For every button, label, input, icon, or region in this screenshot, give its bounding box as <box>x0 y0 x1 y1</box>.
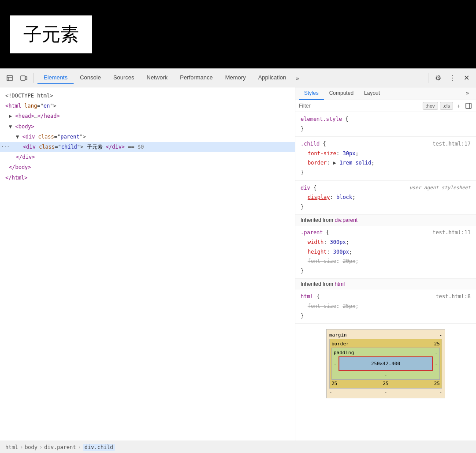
cls-button[interactable]: .cls <box>440 102 454 110</box>
dom-panel[interactable]: <!DOCTYPE html> <html lang="en"> ▶ <head… <box>0 87 295 441</box>
tab-console[interactable]: Console <box>74 71 107 84</box>
add-style-button[interactable]: + <box>455 102 463 110</box>
margin-top-val: - <box>439 332 442 338</box>
toggle-sidebar-button[interactable] <box>465 102 472 110</box>
tab-performance[interactable]: Performance <box>174 71 219 84</box>
margin-bottom-val: - <box>384 389 387 395</box>
styles-tab-styles[interactable]: Styles <box>299 87 324 100</box>
border-bottom-val: 25 <box>383 381 388 386</box>
margin-label: margin <box>329 332 347 338</box>
dom-line-head[interactable]: ▶ <head>…</head> <box>0 111 295 121</box>
dom-line-close-body[interactable]: </body> <box>0 162 295 172</box>
tabs-more-button[interactable]: » <box>292 72 302 84</box>
styles-panel: Styles Computed Layout » :hov .cls + <box>295 87 476 441</box>
hov-button[interactable]: :hov <box>423 102 438 110</box>
breadcrumb-item-div-child[interactable]: div.child <box>83 444 115 451</box>
box-model-section: margin - border 25 p <box>295 324 476 404</box>
toolbar-divider-2 <box>428 73 428 83</box>
padding-left-val: - <box>334 361 337 367</box>
margin-left-val: - <box>329 389 332 395</box>
toolbar-divider <box>33 73 34 83</box>
preview-box: 子元素 <box>9 14 93 55</box>
preview-area: 子元素 <box>0 0 476 68</box>
close-button[interactable]: ✕ <box>460 72 472 84</box>
dom-line-html[interactable]: <html lang="en"> <box>0 101 295 111</box>
box-content: 250×42.400 <box>338 356 433 371</box>
preview-text: 子元素 <box>23 24 79 45</box>
svg-rect-0 <box>7 75 12 81</box>
breadcrumb-item-html[interactable]: html <box>5 444 18 450</box>
breadcrumb-item-div-parent[interactable]: div.parent <box>44 444 76 450</box>
styles-tab-layout[interactable]: Layout <box>359 87 385 100</box>
dom-line-close-parent[interactable]: </div> <box>0 152 295 162</box>
border-left-val: 25 <box>331 381 337 386</box>
devtools-toolbar: Elements Console Sources Network Perform… <box>0 69 476 87</box>
styles-tabs-more[interactable]: » <box>462 87 472 100</box>
tab-elements[interactable]: Elements <box>37 71 74 84</box>
dom-line-close-html[interactable]: </html> <box>0 173 295 183</box>
css-rule-element-style: element.style { } <box>295 112 476 137</box>
border-right-val: 25 <box>434 381 440 386</box>
toolbar-right: ⚙ ⋮ ✕ <box>426 72 472 84</box>
devtools-main: <!DOCTYPE html> <html lang="en"> ▶ <head… <box>0 87 476 441</box>
padding-label: padding <box>334 350 354 356</box>
styles-tabs: Styles Computed Layout » <box>295 87 476 100</box>
padding-top-val: - <box>435 350 438 356</box>
filter-bar: :hov .cls + <box>295 100 476 112</box>
box-model: margin - border 25 p <box>326 329 445 398</box>
box-border: border 25 padding - <box>329 339 442 389</box>
css-rule-div-ua: div { user agent stylesheet display: blo… <box>295 181 476 215</box>
tab-network[interactable]: Network <box>141 71 174 84</box>
svg-rect-3 <box>21 76 25 80</box>
device-toolbar-button[interactable] <box>18 72 30 84</box>
content-size: 250×42.400 <box>371 361 400 367</box>
padding-bottom-val: - <box>384 372 387 378</box>
dom-line-doctype[interactable]: <!DOCTYPE html> <box>0 91 295 101</box>
tab-application[interactable]: Application <box>252 71 293 84</box>
tab-sources[interactable]: Sources <box>107 71 141 84</box>
box-margin: margin - border 25 p <box>326 329 445 398</box>
border-top-val: 25 <box>434 341 440 347</box>
box-padding: padding - - 250×42.400 <box>331 348 440 380</box>
inspect-element-button[interactable] <box>4 72 16 84</box>
inherited-header-parent: Inherited from div.parent <box>295 215 476 225</box>
svg-rect-4 <box>25 77 27 80</box>
more-options-button[interactable]: ⋮ <box>446 72 458 84</box>
settings-button[interactable]: ⚙ <box>432 72 444 84</box>
filter-input[interactable] <box>299 103 421 109</box>
tab-memory[interactable]: Memory <box>219 71 252 84</box>
dom-line-parent[interactable]: ▼ <div class="parent"> <box>0 132 295 142</box>
border-label: border <box>331 341 349 347</box>
inherited-header-html: Inherited from html <box>295 279 476 289</box>
styles-tab-computed[interactable]: Computed <box>324 87 359 100</box>
margin-right-val: - <box>439 389 442 395</box>
padding-right-val: - <box>435 361 438 367</box>
breadcrumb-item-body[interactable]: body <box>25 444 37 450</box>
dom-line-body[interactable]: ▼ <body> <box>0 122 295 132</box>
css-rule-child: .child { test.html:17 font-size: 30px; b… <box>295 137 476 180</box>
devtools-tabs: Elements Console Sources Network Perform… <box>37 71 424 84</box>
css-rule-html: html { test.html:8 font-size: 25px; } <box>295 289 476 324</box>
svg-rect-5 <box>466 103 471 109</box>
dom-line-child[interactable]: ··· <div class="child"> 子元素 </div> == $0 <box>0 142 295 152</box>
breadcrumb-bar: html › body › div.parent › div.child <box>0 441 476 453</box>
css-rule-parent: .parent { test.html:11 width: 300px; hei… <box>295 225 476 279</box>
devtools-container: Elements Console Sources Network Perform… <box>0 68 476 453</box>
